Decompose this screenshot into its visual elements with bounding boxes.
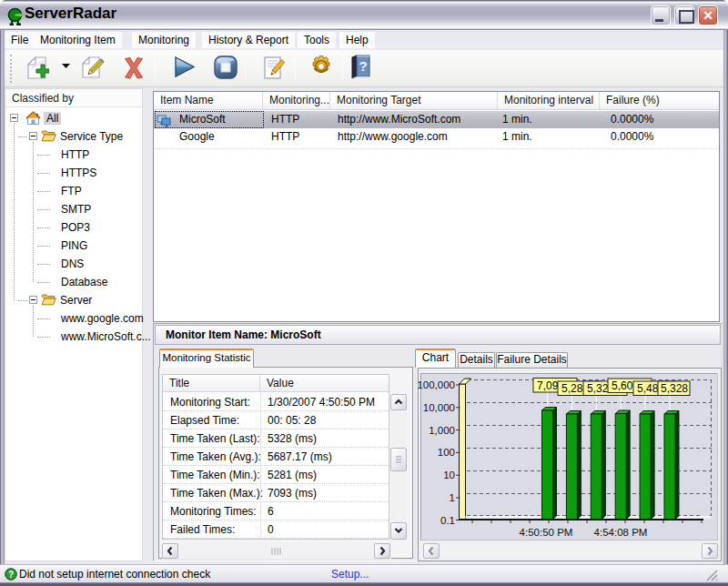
svg-text:0.1: 0.1 — [440, 515, 455, 526]
svg-text:4:50:50 PM: 4:50:50 PM — [520, 527, 573, 538]
svg-text:10,000: 10,000 — [423, 402, 455, 413]
svg-text:1: 1 — [450, 492, 455, 503]
svg-text:?: ? — [8, 570, 14, 580]
svg-text:5,328: 5,328 — [661, 382, 688, 395]
svg-text:10: 10 — [443, 470, 455, 480]
svg-text:1,000: 1,000 — [429, 425, 455, 436]
svg-text:100,000: 100,000 — [417, 379, 455, 390]
svg-text:100: 100 — [438, 447, 455, 458]
svg-text:?: ? — [359, 58, 367, 74]
svg-text:4:54:08 PM: 4:54:08 PM — [594, 527, 648, 538]
